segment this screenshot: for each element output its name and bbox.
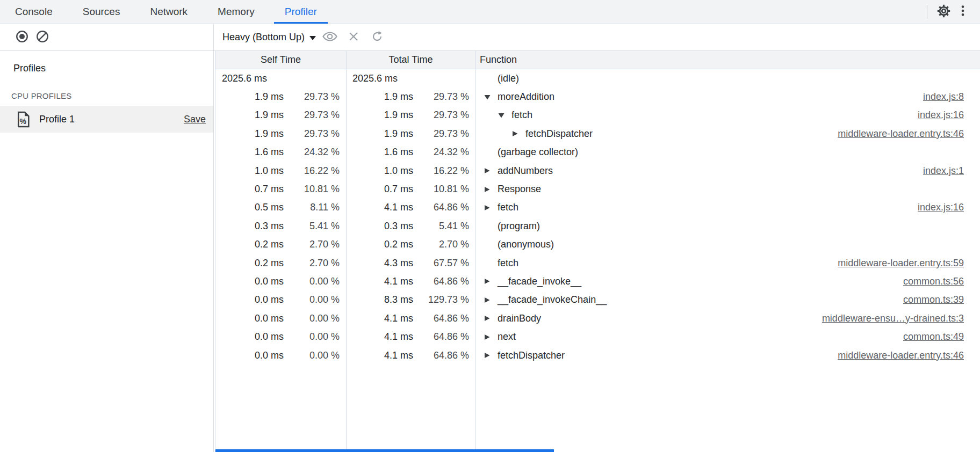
- time-cell: 0.7 ms10.81 %: [346, 184, 475, 195]
- tab-memory[interactable]: Memory: [203, 0, 270, 24]
- time-cell: 1.9 ms29.73 %: [215, 91, 346, 103]
- table-row[interactable]: 1.9 ms29.73 %1.9 ms29.73 %moreAdditionin…: [215, 88, 980, 106]
- refresh-icon: [371, 30, 384, 45]
- focus-function-button[interactable]: [320, 28, 340, 47]
- column-header-total-time[interactable]: Total Time: [346, 54, 475, 65]
- table-row[interactable]: 2025.6 ms2025.6 ms(idle): [215, 69, 980, 88]
- time-ms-value: 1.0 ms: [352, 165, 413, 177]
- profile-name: Profile 1: [39, 114, 184, 125]
- time-cell: 0.3 ms5.41 %: [346, 221, 475, 232]
- function-cell: nextcommon.ts:49: [475, 331, 980, 342]
- function-name: __facade_invoke__: [498, 276, 581, 287]
- devtools-tabbar: ConsoleSourcesNetworkMemoryProfiler: [0, 0, 980, 24]
- table-row[interactable]: 1.0 ms16.22 %1.0 ms16.22 %addNumbersinde…: [215, 162, 980, 180]
- source-link[interactable]: index.js:8: [923, 91, 980, 103]
- view-mode-label: Heavy (Bottom Up): [222, 32, 305, 43]
- source-link[interactable]: middleware-loader.entry.ts:46: [838, 128, 980, 140]
- disclosure-triangle-collapsed-icon[interactable]: [484, 352, 498, 359]
- function-name: Response: [498, 184, 541, 195]
- source-link[interactable]: common.ts:49: [903, 331, 980, 342]
- function-cell: (program): [475, 221, 980, 232]
- table-row[interactable]: 0.2 ms2.70 %4.3 ms67.57 %fetchmiddleware…: [215, 254, 980, 272]
- tab-profiler[interactable]: Profiler: [270, 0, 332, 24]
- save-profile-link[interactable]: Save: [184, 114, 206, 125]
- table-row[interactable]: 0.0 ms0.00 %4.1 ms64.86 %drainBodymiddle…: [215, 309, 980, 327]
- table-row[interactable]: 0.7 ms10.81 %0.7 ms10.81 %Response: [215, 180, 980, 198]
- time-ms-value: 0.7 ms: [222, 184, 284, 195]
- disclosure-triangle-expanded-icon[interactable]: [498, 112, 511, 119]
- column-header-function[interactable]: Function: [475, 54, 980, 65]
- tab-network[interactable]: Network: [135, 0, 203, 24]
- column-divider: [475, 51, 476, 452]
- svg-text:%: %: [19, 117, 26, 126]
- time-ms-value: 4.1 ms: [352, 202, 413, 213]
- time-cell: 0.2 ms2.70 %: [215, 239, 346, 250]
- column-divider: [346, 51, 347, 452]
- time-cell: 1.9 ms29.73 %: [215, 110, 346, 121]
- time-percent-value: 0.00 %: [284, 276, 340, 287]
- time-cell: 4.1 ms64.86 %: [346, 331, 475, 342]
- record-profile-button[interactable]: [13, 28, 31, 47]
- source-link[interactable]: common.ts:39: [903, 294, 980, 305]
- table-row[interactable]: 0.0 ms0.00 %8.3 ms129.73 %__facade_invok…: [215, 291, 980, 309]
- eye-icon: [322, 31, 338, 45]
- chevron-down-icon: [309, 36, 316, 40]
- table-row[interactable]: 1.9 ms29.73 %1.9 ms29.73 %fetchindex.js:…: [215, 106, 980, 125]
- close-icon: [348, 31, 359, 45]
- time-cell: 4.1 ms64.86 %: [346, 350, 475, 361]
- source-link[interactable]: index.js:16: [918, 110, 980, 121]
- disclosure-triangle-collapsed-icon[interactable]: [484, 333, 498, 341]
- tab-sources[interactable]: Sources: [68, 0, 135, 24]
- table-row[interactable]: 1.9 ms29.73 %1.9 ms29.73 %fetchDispatche…: [215, 125, 980, 143]
- function-name: (idle): [498, 73, 519, 84]
- source-link[interactable]: common.ts:56: [903, 276, 980, 287]
- disclosure-triangle-expanded-icon[interactable]: [484, 93, 498, 100]
- time-percent-value: 24.32 %: [284, 147, 340, 158]
- table-row[interactable]: 0.5 ms8.11 %4.1 ms64.86 %fetchindex.js:1…: [215, 199, 980, 217]
- restore-functions-button[interactable]: [367, 28, 387, 47]
- disclosure-triangle-collapsed-icon[interactable]: [484, 278, 498, 285]
- disclosure-triangle-collapsed-icon[interactable]: [484, 186, 498, 193]
- profile-list-item-selected[interactable]: % Profile 1 Save: [0, 106, 213, 133]
- time-percent-value: 5.41 %: [413, 221, 469, 232]
- table-row[interactable]: 0.0 ms0.00 %4.1 ms64.86 %nextcommon.ts:4…: [215, 327, 980, 346]
- function-name: fetchDispatcher: [525, 128, 593, 140]
- disclosure-triangle-collapsed-icon[interactable]: [484, 167, 498, 174]
- time-percent-value: 2.70 %: [284, 258, 340, 269]
- settings-button[interactable]: [934, 2, 953, 21]
- disclosure-triangle-collapsed-icon[interactable]: [511, 130, 525, 137]
- disclosure-triangle-collapsed-icon[interactable]: [484, 315, 498, 322]
- source-link[interactable]: index.js:1: [923, 165, 980, 177]
- time-ms-value: 0.0 ms: [222, 350, 284, 361]
- function-cell: fetchindex.js:16: [475, 110, 980, 121]
- table-row[interactable]: 1.6 ms24.32 %1.6 ms24.32 %(garbage colle…: [215, 143, 980, 162]
- tabbar-right-controls: [920, 0, 980, 24]
- more-options-button[interactable]: [953, 2, 972, 21]
- time-percent-value: 67.57 %: [413, 258, 469, 269]
- column-header-self-time[interactable]: Self Time: [215, 54, 346, 65]
- source-link[interactable]: index.js:16: [918, 202, 980, 213]
- profile-data-grid: Self Time Total Time Function 2025.6 ms2…: [215, 51, 980, 452]
- time-cell: 0.3 ms5.41 %: [215, 221, 346, 232]
- time-ms-value: 1.9 ms: [352, 128, 413, 140]
- tab-console[interactable]: Console: [0, 0, 68, 24]
- time-percent-value: 29.73 %: [284, 91, 340, 103]
- table-row[interactable]: 0.0 ms0.00 %4.1 ms64.86 %fetchDispatcher…: [215, 346, 980, 364]
- time-cell: 0.2 ms2.70 %: [215, 258, 346, 269]
- table-row[interactable]: 0.2 ms2.70 %0.2 ms2.70 %(anonymous): [215, 236, 980, 254]
- time-percent-value: 29.73 %: [413, 128, 469, 140]
- clear-profiles-button[interactable]: [33, 28, 52, 47]
- disclosure-triangle-collapsed-icon[interactable]: [484, 204, 498, 212]
- source-link[interactable]: middleware-loader.entry.ts:46: [838, 350, 980, 361]
- table-row[interactable]: 0.0 ms0.00 %4.1 ms64.86 %__facade_invoke…: [215, 272, 980, 290]
- source-link[interactable]: middleware-ensu…y-drained.ts:3: [822, 313, 980, 324]
- function-name: fetch: [511, 110, 532, 121]
- time-cell: 1.6 ms24.32 %: [215, 147, 346, 158]
- table-row[interactable]: 0.3 ms5.41 %0.3 ms5.41 %(program): [215, 217, 980, 235]
- disclosure-triangle-collapsed-icon[interactable]: [484, 296, 498, 304]
- view-mode-dropdown[interactable]: Heavy (Bottom Up): [222, 32, 316, 43]
- exclude-function-button[interactable]: [344, 28, 363, 47]
- time-cell: 0.2 ms2.70 %: [346, 239, 475, 250]
- source-link[interactable]: middleware-loader.entry.ts:59: [838, 258, 980, 269]
- time-cell: 1.9 ms29.73 %: [346, 110, 475, 121]
